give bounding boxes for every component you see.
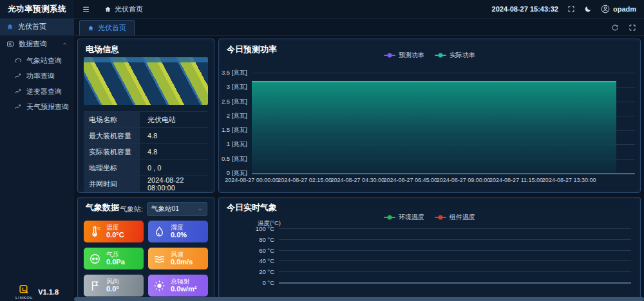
- gridline: [279, 239, 631, 240]
- legend-item[interactable]: 预测功率: [384, 51, 424, 60]
- gridline: [279, 250, 631, 251]
- weather-card-pressure: 气压0.0Pa: [84, 248, 144, 269]
- y-axis-tick: 2.5 [兆瓦]: [222, 97, 247, 105]
- sidebar-item-label: 功率查询: [26, 71, 55, 81]
- card-label: 气压: [106, 251, 125, 259]
- gridline: [279, 260, 631, 261]
- weather-data-panel: 气象数据 气象站: 气象站01 °C 温度0.0°C: [77, 197, 214, 301]
- card-value: 0.0°C: [106, 231, 124, 239]
- y-axis-tick: 20 °C: [259, 268, 274, 275]
- temp-chart-plot: 100 °C80 °C60 °C40 °C20 °C0 °C: [279, 228, 631, 282]
- legend-item[interactable]: 环境温度: [384, 213, 424, 222]
- top-header: 光功率预测系统 光伏首页 2024-08-27 15:43:32 opadm: [0, 0, 644, 19]
- y-axis-tick: 40 °C: [259, 257, 274, 264]
- solar-farm-photo: [84, 57, 208, 105]
- row-label: 实际装机容量: [84, 144, 140, 160]
- station-select-label: 气象站:: [120, 205, 143, 214]
- realtime-weather-chart-panel: 今日实时气象 环境温度组件温度 温度(°C) 100 °C80 °C60 °C4…: [218, 197, 641, 301]
- tab-home[interactable]: 光伏首页: [79, 20, 135, 35]
- card-value: 0.0°: [106, 285, 119, 293]
- y-axis-tick: 1.5 [兆瓦]: [222, 126, 247, 134]
- card-label: 温度: [106, 224, 124, 232]
- power-chart-legend: 预测功率实际功率: [219, 51, 640, 60]
- sidebar-item-home[interactable]: 光伏首页: [0, 18, 74, 35]
- thermometer-icon: °C: [89, 226, 101, 238]
- menu-collapse-icon[interactable]: [82, 5, 90, 14]
- field-info-table: 电场名称 光伏电站 最大装机容量 4.8 实际装机容量 4.8 地理坐标 0 ,…: [84, 111, 208, 192]
- row-value: 4.8: [140, 128, 208, 143]
- monitor-search-icon: [6, 41, 14, 48]
- app-title: 光功率预测系统: [0, 0, 74, 18]
- gridline: [252, 73, 635, 73]
- chevron-down-icon: [197, 206, 203, 212]
- weather-card-radiation: 总辐射0.0w/m²: [148, 275, 208, 296]
- sidebar-item-power-query[interactable]: 功率查询: [0, 68, 74, 84]
- sidebar-group-data-query[interactable]: 数据查询: [0, 35, 74, 53]
- x-axis-tick: 2024-08-27 02:15:00: [278, 177, 332, 183]
- sidebar-item-label: 逆变器查询: [26, 87, 62, 96]
- legend-item[interactable]: 实际功率: [435, 51, 475, 60]
- tab-label: 光伏首页: [98, 23, 126, 33]
- sidebar-item-forecast-query[interactable]: 天气预报查询: [0, 99, 74, 114]
- y-axis-tick: 0.5 [兆瓦]: [222, 154, 247, 163]
- card-value: 0.0m/s: [171, 258, 193, 266]
- row-label: 电场名称: [84, 112, 140, 127]
- gauge-icon: [89, 253, 101, 265]
- card-label: 湿度: [171, 224, 187, 232]
- legend-item[interactable]: 组件温度: [435, 213, 475, 222]
- table-row: 地理坐标 0 , 0: [84, 160, 208, 176]
- fullscreen-icon[interactable]: [567, 5, 575, 13]
- station-select[interactable]: 气象站01: [147, 202, 207, 216]
- weather-station-icon: [14, 57, 22, 64]
- sun-icon: [153, 280, 166, 292]
- horizontal-scrollbar[interactable]: [74, 297, 644, 301]
- card-value: 0.0Pa: [106, 258, 125, 266]
- row-label: 并网时间: [84, 176, 140, 192]
- breadcrumb[interactable]: 光伏首页: [104, 5, 143, 14]
- water-drop-icon: [153, 226, 166, 238]
- refresh-icon[interactable]: [611, 24, 619, 32]
- fullscreen-icon[interactable]: [629, 24, 636, 32]
- weather-card-wind-speed: 风速0.0m/s: [148, 248, 208, 269]
- sidebar-item-label: 天气预报查询: [26, 102, 69, 112]
- power-forecast-chart-panel: 今日预测功率 预测功率实际功率 3.5 [兆瓦]3 [兆瓦]2.5 [兆瓦]2 …: [218, 39, 641, 193]
- y-axis-tick: 0 °C: [262, 279, 274, 286]
- row-label: 地理坐标: [84, 160, 140, 176]
- y-axis-tick: 60 °C: [259, 246, 274, 253]
- weather-card-humidity: 湿度0.0%: [148, 221, 208, 242]
- chart-line-icon: [14, 72, 22, 80]
- x-axis-tick: 2024-08-27 11:15:00: [489, 177, 543, 183]
- x-axis-tick: 2024-08-27 06:45:00: [384, 177, 438, 183]
- sidebar-item-weather-station-query[interactable]: 气象站查询: [0, 53, 74, 68]
- weather-card-wind-direction: 风向0.0°: [84, 275, 144, 296]
- row-value: 0 , 0: [140, 160, 208, 176]
- card-label: 总辐射: [171, 278, 196, 286]
- dashboard-content: 电场信息 电场名称 光伏电站 最大装机容量 4.8 实际装机容量 4.8 地理坐…: [74, 35, 644, 301]
- weather-card-temperature: °C 温度0.0°C: [84, 221, 144, 242]
- x-axis-tick: 2024-08-27 09:00:00: [437, 177, 491, 183]
- station-selected-value: 气象站01: [151, 205, 179, 214]
- home-icon: [88, 25, 94, 32]
- logo-text: LINKOL: [15, 296, 33, 300]
- row-value: 2024-08-22 08:00:00: [140, 176, 208, 192]
- app-footer-logo: LINKOL V1.1.8: [0, 284, 74, 300]
- user-menu[interactable]: opadm: [601, 5, 636, 14]
- sidebar-group-label: 数据查询: [19, 39, 47, 49]
- sidebar-item-inverter-query[interactable]: 逆变器查询: [0, 84, 74, 99]
- gridline: [252, 173, 635, 174]
- home-icon: [104, 6, 111, 13]
- card-value: 0.0%: [171, 231, 187, 239]
- linkol-logo-icon: [19, 284, 30, 295]
- y-axis-tick: 3.5 [兆瓦]: [222, 69, 247, 77]
- chart-line-icon: [14, 87, 22, 95]
- panel-title: 电场信息: [86, 44, 119, 55]
- x-axis-tick: 2024-08-27 00:00:00: [225, 177, 279, 183]
- main-area: 光伏首页 电场信息 电场名称 光伏电站 最大装机容量 4.8: [74, 18, 644, 301]
- x-axis-tick: 2024-08-27 04:30:00: [330, 177, 384, 183]
- row-value: 光伏电站: [140, 112, 208, 127]
- chart-line-icon: [14, 103, 22, 111]
- card-label: 风向: [106, 278, 119, 286]
- moon-icon[interactable]: [584, 5, 592, 13]
- datetime-display: 2024-08-27 15:43:32: [492, 5, 558, 13]
- sidebar: 光伏首页 数据查询 气象站查询 功率查询 逆变器查询 天气预报查询: [0, 18, 74, 301]
